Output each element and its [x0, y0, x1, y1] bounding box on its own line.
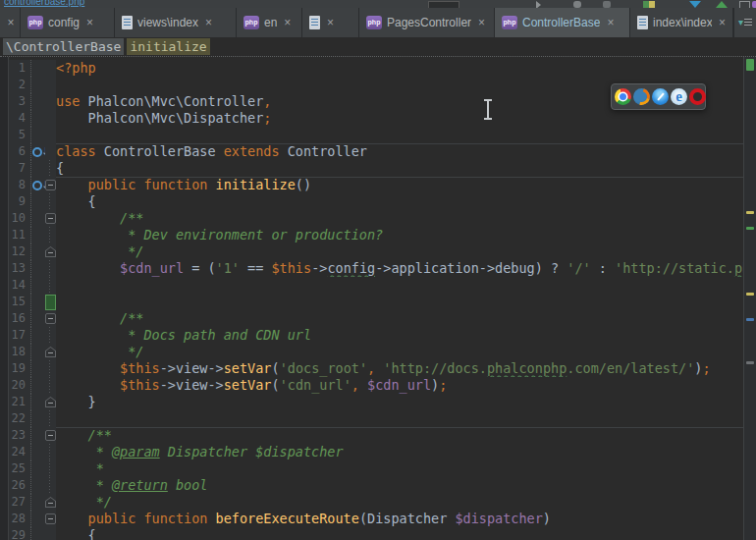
tab-unnamed[interactable]: × — [302, 8, 358, 37]
fold-cell — [45, 494, 56, 511]
tab-PagesController[interactable]: phpPagesController× — [359, 8, 494, 37]
code-line[interactable]: 11 * Dev environment or production? — [0, 227, 743, 243]
code-line[interactable]: 20 $this->view->setVar('cdn_url', $cdn_u… — [0, 377, 743, 394]
firefox-icon[interactable] — [633, 88, 650, 105]
tab-label: index\index — [653, 16, 712, 29]
code-token: $cdn_url — [367, 377, 431, 393]
tab-ControllerBase[interactable]: phpControllerBase× — [495, 8, 629, 37]
fold-end-icon[interactable] — [45, 347, 56, 357]
code-line[interactable]: 16 /** — [0, 310, 743, 327]
close-icon[interactable]: × — [327, 17, 334, 28]
code-line[interactable]: 23 /** — [0, 427, 743, 444]
code-token: { — [56, 527, 96, 540]
chrome-icon[interactable] — [615, 88, 631, 105]
code-line[interactable]: 24 * @param Dispatcher $dispatcher — [0, 444, 743, 460]
navigation-bar-file-link[interactable]: controllerbase.php — [4, 0, 84, 7]
close-icon[interactable]: × — [284, 17, 291, 28]
code-token: ->view-> — [160, 377, 224, 393]
code-line[interactable]: 8↓ public function initialize() — [0, 177, 743, 193]
code-line[interactable]: 26 * @return bool — [0, 477, 743, 494]
gutter-icon-cell — [31, 294, 45, 310]
code-text: * — [56, 460, 743, 477]
error-stripe-scrollbar[interactable] — [743, 57, 756, 540]
coverage-icon[interactable] — [603, 1, 611, 8]
fold-end-icon[interactable] — [45, 246, 56, 257]
opera-icon[interactable] — [689, 88, 706, 105]
code-line[interactable]: 4 Phalcon\Mvc\Dispatcher; — [0, 110, 743, 127]
gray-mark — [746, 361, 754, 364]
toolbar-icon-fragment[interactable] — [739, 1, 750, 8]
code-line[interactable]: 28 public function beforeExecuteRoute(Di… — [0, 511, 743, 527]
breadcrumb-method[interactable]: initialize — [127, 38, 209, 55]
run-icon[interactable] — [536, 1, 541, 8]
code-line[interactable]: 1<?php — [0, 60, 743, 77]
fold-cell — [45, 511, 56, 527]
code-line[interactable]: 10 /** — [0, 210, 743, 227]
code-token: setVar — [224, 377, 272, 393]
code-line[interactable]: 19 $this->view->setVar('docs_root', 'htt… — [0, 360, 743, 377]
fold-collapse-icon[interactable] — [45, 313, 56, 324]
code-line[interactable]: 29 { — [0, 527, 743, 540]
fold-collapse-icon[interactable] — [45, 513, 56, 524]
tab-unnamed[interactable]: × — [0, 8, 20, 37]
fold-cell — [45, 310, 56, 327]
close-icon[interactable]: × — [7, 17, 14, 28]
toolbar-icon-fragment[interactable] — [643, 1, 655, 8]
fold-collapse-icon[interactable] — [45, 213, 56, 224]
code-token — [56, 511, 88, 526]
code-token: Phalcon\Mvc\Dispatcher — [56, 110, 263, 126]
code-line[interactable]: 12 */ — [0, 243, 743, 260]
debug-icon[interactable] — [573, 1, 581, 8]
close-icon[interactable]: × — [205, 17, 212, 28]
breadcrumb-class[interactable]: \ControllerBase — [3, 38, 124, 55]
run-configuration-combo[interactable] — [428, 1, 459, 8]
fold-cell — [45, 344, 56, 360]
tab-index\index[interactable]: index\index× — [630, 8, 732, 37]
fold-collapse-icon[interactable] — [45, 430, 56, 441]
safari-icon[interactable] — [652, 88, 669, 105]
code-line[interactable]: 5 — [0, 127, 743, 143]
toolbar-icon-fragment[interactable] — [752, 1, 756, 8]
code-token: ->application->debug) ? — [375, 260, 567, 276]
tab-config[interactable]: phpconfig× — [21, 8, 114, 37]
code-line[interactable]: 7{ — [0, 160, 743, 177]
code-line[interactable]: 18 */ — [0, 344, 743, 360]
code-token: * Docs path and CDN url — [56, 327, 311, 343]
code-token: $cdn_url — [120, 260, 184, 276]
code-line[interactable]: 6↓class ControllerBase extends Controlle… — [0, 143, 743, 160]
commit-icon[interactable] — [716, 1, 728, 8]
code-line[interactable]: 15 — [0, 294, 743, 310]
code-token: /** — [56, 210, 143, 226]
code-line[interactable]: 14 — [0, 277, 743, 294]
internet-explorer-icon[interactable]: e — [671, 88, 687, 105]
code-token: Phalcon\Mvc\Controller — [80, 93, 263, 109]
code-editor[interactable]: 1<?php23use Phalcon\Mvc\Controller,4 Pha… — [0, 57, 743, 540]
code-line[interactable]: 27 */ — [0, 494, 743, 511]
code-line[interactable]: 25 * — [0, 460, 743, 477]
fold-end-icon[interactable] — [45, 397, 56, 407]
update-project-icon[interactable] — [689, 1, 701, 8]
gutter-icon-cell — [31, 160, 45, 177]
tab-list-button[interactable]: ▾ — [734, 8, 756, 37]
code-token: 'docs_root' — [280, 360, 367, 376]
code-token: setVar — [224, 360, 272, 376]
warning-mark — [746, 293, 754, 296]
code-token: 'http://static. — [615, 260, 734, 276]
close-icon[interactable]: × — [607, 17, 614, 28]
code-token: extends — [224, 143, 280, 159]
tab-label: en — [264, 16, 277, 29]
close-icon[interactable]: × — [719, 17, 726, 28]
code-line[interactable]: 9 { — [0, 193, 743, 210]
tab-views\index[interactable]: views\index× — [115, 8, 236, 37]
fold-collapse-icon[interactable] — [45, 180, 56, 190]
code-line[interactable]: 17 * Docs path and CDN url — [0, 327, 743, 344]
fold-end-icon[interactable] — [45, 497, 56, 508]
tab-en[interactable]: phpen× — [237, 8, 301, 37]
close-icon[interactable]: × — [478, 17, 485, 28]
close-icon[interactable]: × — [86, 17, 93, 28]
code-line[interactable]: 13 $cdn_url = ('1' == $this->config->app… — [0, 260, 743, 277]
gutter-icon-cell — [31, 394, 45, 410]
gutter-icon-cell — [31, 127, 45, 143]
code-line[interactable]: 21 } — [0, 394, 743, 410]
code-line[interactable]: 22 — [0, 410, 743, 427]
